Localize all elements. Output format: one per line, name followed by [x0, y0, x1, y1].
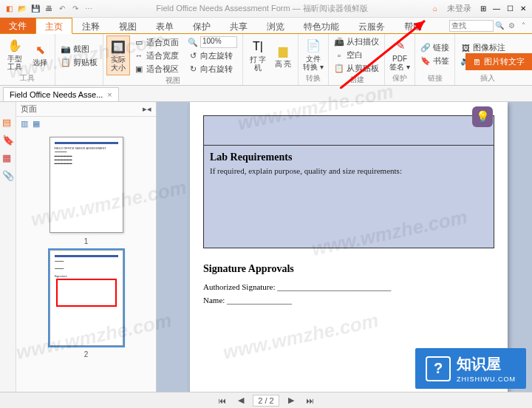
snapshot-button[interactable]: 📷截图 — [58, 43, 100, 55]
attachments-icon[interactable]: 📎 — [2, 170, 14, 182]
save-icon[interactable]: 💾 — [30, 3, 41, 15]
tab-protect[interactable]: 保护 — [183, 18, 220, 33]
highlight-button[interactable]: ▆高 亮 — [271, 35, 295, 75]
tab-features[interactable]: 特色功能 — [294, 18, 349, 33]
ocr-icon: 🖹 — [473, 58, 481, 67]
open-icon[interactable]: 📂 — [16, 3, 28, 15]
brand-name: 知识屋 — [457, 354, 516, 374]
typewriter-button[interactable]: T|打 字机 — [246, 35, 270, 75]
undo-icon[interactable]: ↶ — [56, 3, 68, 15]
select-tool-button[interactable]: ⬉选择 — [28, 35, 52, 73]
rotate-left-button[interactable]: ↺向左旋转 — [185, 50, 239, 62]
link-button[interactable]: 🔗链接 — [418, 41, 451, 54]
close-tab-icon[interactable]: × — [107, 90, 112, 99]
lab-heading: Lab Requirements — [210, 152, 488, 163]
panel-menu-icon[interactable]: ▸◂ — [143, 104, 151, 114]
title-bar: ◧ 📂 💾 🖶 ↶ ↷ ⋯ Field Office Needs Assessm… — [0, 0, 532, 18]
tab-browse[interactable]: 浏览 — [257, 18, 294, 33]
clipboard-button[interactable]: 📋剪贴板 — [58, 56, 100, 69]
page-indicator[interactable]: 2 / 2 — [253, 395, 279, 407]
tab-help[interactable]: 帮助 — [395, 18, 432, 33]
collapse-ribbon-icon[interactable]: ˄ — [517, 20, 529, 32]
fit-width-button[interactable]: ↔适合宽度 — [132, 50, 181, 62]
thumbnail-page-1[interactable]: FIELD OFFICE NEEDS ASSESSMENT━━━━━━━━▬▬▬… — [50, 137, 123, 233]
thumbnails-panel: 页面▸◂ ▥▦ FIELD OFFICE NEEDS ASSESSMENT━━━… — [16, 102, 157, 392]
search-icon[interactable]: 🔍 — [494, 20, 505, 32]
home-icon[interactable]: ⌂ — [429, 3, 441, 15]
thumb-label-2: 2 — [84, 350, 89, 358]
actual-size-button[interactable]: 🔲实际 大小 — [106, 35, 130, 75]
minimize-icon[interactable]: — — [491, 3, 502, 15]
redo-icon[interactable]: ↷ — [69, 3, 81, 15]
login-status[interactable]: 未登录 — [443, 3, 476, 14]
layers-icon[interactable]: ▦ — [2, 152, 14, 164]
menu-bar: 文件 主页 注释 视图 表单 保护 共享 浏览 特色功能 云服务 帮助 🔍 ⚙ … — [0, 18, 532, 34]
tab-share[interactable]: 共享 — [220, 18, 257, 33]
lab-text: If required, explain purpose, quality an… — [210, 166, 488, 175]
print-icon[interactable]: 🖶 — [43, 3, 55, 15]
bookmark-button[interactable]: 🔖书签 — [418, 55, 451, 67]
hint-bulb-icon[interactable]: 💡 — [472, 106, 493, 127]
thumb-tool-icon[interactable]: ▥ — [21, 119, 28, 129]
signature-section: Signature Approvals Authorized Signature… — [203, 263, 494, 305]
from-scanner-button[interactable]: 📠从扫描仪 — [332, 35, 381, 48]
rotate-right-button[interactable]: ↻向右旋转 — [185, 63, 239, 75]
status-bar: ⏮ ◀ 2 / 2 ▶ ⏭ — [0, 392, 532, 408]
document-tab-label: Field Office Needs Asse... — [10, 90, 103, 99]
fit-visible-button[interactable]: ▣适合视区 — [132, 63, 181, 75]
brand-sub: ZHISHIWU.COM — [457, 375, 516, 383]
side-toolbar: ▤ 🔖 ▦ 📎 — [0, 102, 16, 392]
panel-title: 页面 — [21, 103, 37, 115]
pdf-sign-button[interactable]: ✎PDF 签名 ▾ — [388, 35, 412, 73]
ribbon: ✋手型 工具 ⬉选择 工具 📷截图 📋剪贴板 🔲实际 大小 ▭适合页面 ↔适合宽… — [0, 34, 532, 86]
document-tab[interactable]: Field Office Needs Asse... × — [3, 87, 119, 101]
next-page-button[interactable]: ▶ — [285, 395, 297, 405]
image-to-text-button[interactable]: 🖹图片转文字 — [466, 53, 532, 70]
image-annot-button[interactable]: 🖼图像标注 — [458, 41, 517, 54]
search-input[interactable] — [449, 20, 494, 32]
window-title: Field Office Needs Assessment Form — 福昕阅… — [98, 3, 426, 14]
thumbnail-page-2[interactable]: ━━━━━━━━━━━━Signature — [50, 250, 123, 346]
tab-comment[interactable]: 注释 — [72, 18, 109, 33]
zoom-select[interactable]: 🔍100% — [185, 35, 239, 49]
tab-home[interactable]: 主页 — [35, 18, 72, 34]
file-tab[interactable]: 文件 — [0, 18, 35, 33]
thumb-tool2-icon[interactable]: ▦ — [33, 119, 40, 129]
last-page-button[interactable]: ⏭ — [303, 396, 317, 405]
hand-tool-button[interactable]: ✋手型 工具 — [3, 35, 27, 73]
blank-page-button[interactable]: ▫空白 — [332, 49, 381, 61]
file-convert-button[interactable]: 📄文件 转换 ▾ — [301, 35, 325, 73]
grid-icon[interactable]: ⊞ — [477, 3, 489, 15]
app-icon: ◧ — [3, 3, 15, 15]
first-page-button[interactable]: ⏮ — [215, 396, 229, 405]
tab-view[interactable]: 视图 — [109, 18, 146, 33]
fit-page-button[interactable]: ▭适合页面 — [132, 36, 181, 49]
thumb-label-1: 1 — [84, 237, 89, 245]
sig-line-2: Name: ________________ — [203, 296, 494, 305]
sig-line-1: Authorized Signature: __________________… — [203, 282, 494, 291]
gear-icon[interactable]: ⚙ — [505, 20, 517, 32]
lab-requirements-section: Lab Requirements If required, explain pu… — [203, 145, 494, 248]
sig-heading: Signature Approvals — [203, 263, 494, 275]
thumbnails-icon[interactable]: ▤ — [2, 117, 14, 129]
tab-form[interactable]: 表单 — [146, 18, 183, 33]
more-icon[interactable]: ⋯ — [83, 3, 95, 15]
prev-page-button[interactable]: ◀ — [235, 395, 247, 405]
maximize-icon[interactable]: ☐ — [504, 3, 516, 15]
brand-overlay: ? 知识屋ZHISHIWU.COM — [415, 348, 526, 389]
close-icon[interactable]: ✕ — [517, 3, 529, 15]
tab-cloud[interactable]: 云服务 — [349, 18, 395, 33]
from-clipboard-button[interactable]: 📋从剪贴板 — [332, 62, 381, 75]
bookmarks-icon[interactable]: 🔖 — [2, 135, 14, 146]
highlight-box — [56, 279, 117, 307]
document-tab-bar: Field Office Needs Asse... × — [0, 86, 532, 102]
brand-logo-icon: ? — [426, 356, 451, 381]
